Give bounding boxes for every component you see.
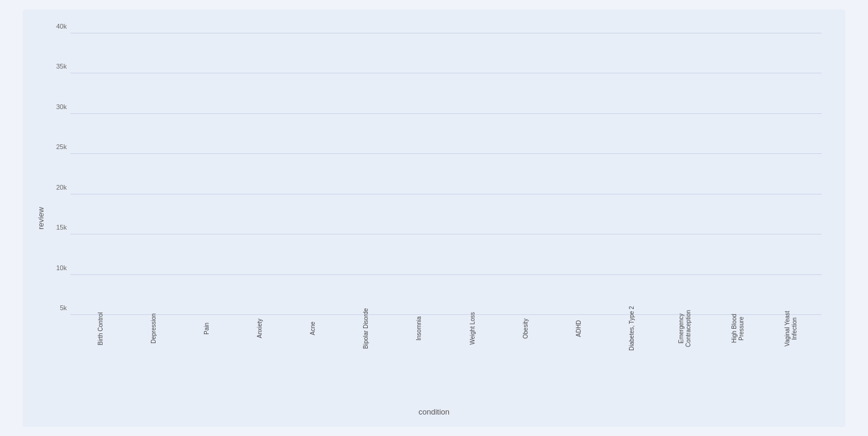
bar-group: Depression <box>129 298 178 355</box>
bar-label: Bipolar Disorde <box>362 302 370 355</box>
grid-label: 25k <box>39 143 67 150</box>
bar-group: ADHD <box>554 298 603 355</box>
x-axis-label: condition <box>418 407 450 416</box>
bar-group: Anxiety <box>235 298 284 355</box>
bar-label: Acne <box>309 302 317 355</box>
grid-label: 20k <box>39 184 67 191</box>
bar-label: Emergency Contraception <box>678 302 692 355</box>
bar-group: Weight Loss <box>448 298 497 355</box>
grid-label: 5k <box>39 304 67 311</box>
grid-label: 30k <box>39 103 67 110</box>
plot-area: 40k35k30k25k20k15k10k5k Birth ControlDep… <box>70 33 822 355</box>
bar-label: Anxiety <box>256 302 264 355</box>
bar-group: Obesity <box>501 298 550 355</box>
grid-label: 15k <box>39 224 67 231</box>
bar-label: Vaginal Yeast Infection <box>784 302 798 355</box>
bars-container: Birth ControlDepressionPainAnxietyAcneBi… <box>70 33 822 355</box>
bar-label: Diabetes, Type 2 <box>628 302 636 355</box>
bar-label: Insomnia <box>416 302 423 355</box>
bar-label: Birth Control <box>97 302 104 355</box>
bar-group: Pain <box>182 298 231 355</box>
bar-group: Insomnia <box>395 298 444 355</box>
grid-label: 10k <box>39 264 67 271</box>
bar-label: Obesity <box>522 302 529 355</box>
bar-group: Bipolar Disorde <box>342 298 390 355</box>
bar-label: Depression <box>150 302 157 355</box>
grid-label: 40k <box>39 23 67 30</box>
bar-label: High Blood Pressure <box>731 302 745 355</box>
bar-group: High Blood Pressure <box>714 298 762 355</box>
grid-label: 35k <box>39 63 67 70</box>
bar-group: Birth Control <box>76 298 125 355</box>
bar-label: Weight Loss <box>469 302 476 355</box>
bar-group: Vaginal Yeast Infection <box>767 298 816 355</box>
bar-label: ADHD <box>575 302 582 355</box>
bar-group: Acne <box>289 298 337 355</box>
bar-label: Pain <box>203 302 210 355</box>
bar-group: Diabetes, Type 2 <box>607 298 656 355</box>
chart-container: review condition 40k35k30k25k20k15k10k5k… <box>23 10 845 427</box>
bar-group: Emergency Contraception <box>661 298 709 355</box>
